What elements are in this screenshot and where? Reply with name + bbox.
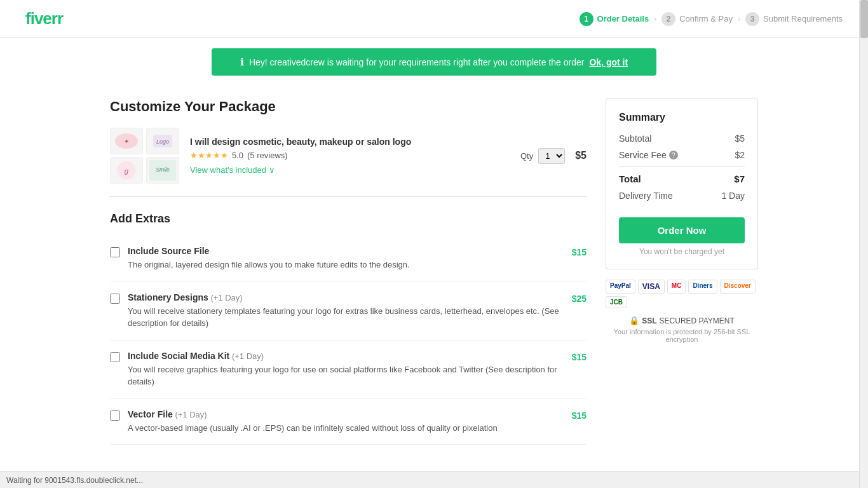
extra-item: Include Social Media Kit (+1 Day) You wi… [110, 341, 587, 399]
summary-panel: Summary Subtotal $5 Service Fee ? $2 Tot… [606, 98, 758, 269]
star-rating: ★★★★★ [190, 151, 228, 160]
extra-tag-3: (+1 Day) [173, 410, 207, 419]
extra-item: Stationery Designs (+1 Day) You will rec… [110, 282, 587, 341]
delivery-label: Delivery Time [619, 191, 673, 201]
product-price: $5 [575, 150, 587, 161]
view-included-link[interactable]: View what's included ∨ [190, 165, 275, 175]
step-2[interactable]: 2 Confirm & Pay [661, 12, 733, 26]
paypal-icon: PayPal [606, 280, 635, 294]
extra-tag-1: (+1 Day) [208, 293, 243, 302]
extra-name-0: Include Source File [128, 246, 564, 256]
product-image-1: ✦ [110, 128, 143, 154]
qty-label: Qty [520, 151, 533, 161]
extra-desc-3: A vector-based image (usually .AI or .EP… [128, 422, 564, 435]
summary-subtotal-row: Subtotal $5 [619, 133, 745, 144]
service-fee-value: $2 [735, 150, 745, 160]
step-3[interactable]: 3 Submit Requirements [745, 12, 843, 26]
order-now-button[interactable]: Order Now [619, 217, 745, 243]
ssl-row: 🔒 SSL SECURED PAYMENT [606, 316, 758, 325]
product-image-4: Smile [146, 157, 179, 184]
svg-text:Smile: Smile [156, 166, 170, 173]
info-icon: ℹ [240, 56, 244, 68]
extra-content-1: Stationery Designs (+1 Day) You will rec… [128, 292, 564, 330]
extra-price-0: $15 [572, 246, 587, 257]
scrollbar-thumb[interactable] [860, 0, 868, 38]
extra-price-1: $25 [572, 292, 587, 304]
fiverr-logo: fiverr [25, 9, 63, 29]
rating-reviews: (5 reviews) [247, 151, 288, 160]
step-arrow-1: › [654, 15, 656, 24]
service-fee-info-icon[interactable]: ? [669, 151, 678, 159]
notification-bar: ℹ Hey! creativedcrew is waiting for your… [212, 48, 656, 76]
total-label: Total [619, 173, 641, 184]
svg-text:g: g [125, 167, 129, 175]
step-2-label: Confirm & Pay [679, 14, 733, 24]
svg-text:Logo: Logo [156, 139, 169, 145]
summary-service-fee-row: Service Fee ? $2 [619, 150, 745, 160]
visa-icon: VISA [638, 280, 665, 294]
product-images: ✦ Logo g [110, 128, 180, 184]
product-image-2: Logo [146, 128, 179, 154]
product-card: ✦ Logo g [110, 128, 587, 197]
extra-content-0: Include Source File The original, layere… [128, 246, 564, 271]
extra-name-1: Stationery Designs (+1 Day) [128, 292, 564, 302]
subtotal-value: $5 [735, 133, 745, 144]
rating-score: 5.0 [232, 151, 243, 160]
diners-icon: Diners [688, 280, 717, 294]
step-arrow-2: › [738, 15, 740, 24]
discover-icon: Discover [720, 280, 756, 294]
extra-checkbox-0[interactable] [110, 247, 120, 257]
extra-checkbox-1[interactable] [110, 294, 120, 304]
extra-item: Vector File (+1 Day) A vector-based imag… [110, 399, 587, 445]
no-charge-text: You won't be charged yet [619, 247, 745, 256]
service-fee-label: Service Fee ? [619, 150, 678, 160]
mastercard-icon: MC [667, 280, 686, 294]
extra-checkbox-3[interactable] [110, 410, 120, 421]
scrollbar[interactable] [859, 0, 868, 458]
extra-content-3: Vector File (+1 Day) A vector-based imag… [128, 409, 564, 435]
extra-desc-0: The original, layered design file allows… [128, 259, 564, 271]
ssl-info: Your information is protected by 256-bit… [606, 328, 758, 343]
delivery-value: 1 Day [721, 191, 745, 201]
extra-item: Include Source File The original, layere… [110, 236, 587, 282]
summary-delivery-row: Delivery Time 1 Day [619, 191, 745, 201]
svg-text:✦: ✦ [124, 138, 129, 145]
summary-total-row: Total $7 [619, 166, 745, 184]
header: fiverr 1 Order Details › 2 Confirm & Pay… [0, 0, 868, 38]
product-info: I will design cosmetic, beauty, makeup o… [190, 137, 510, 175]
extra-name-2: Include Social Media Kit (+1 Day) [128, 351, 564, 361]
product-image-3: g [110, 157, 143, 184]
step-1-circle: 1 [580, 12, 593, 26]
summary-title: Summary [619, 112, 745, 123]
qty-select[interactable]: 1 2 3 [538, 148, 565, 164]
step-2-circle: 2 [661, 12, 675, 26]
total-value: $7 [734, 173, 745, 184]
extras-list: Include Source File The original, layere… [110, 236, 587, 445]
extra-name-3: Vector File (+1 Day) [128, 409, 564, 419]
extra-content-2: Include Social Media Kit (+1 Day) You wi… [128, 351, 564, 388]
notification-text: Hey! creativedcrew is waiting for your r… [249, 57, 585, 67]
jcb-icon: JCB [606, 296, 627, 308]
step-1[interactable]: 1 Order Details [580, 12, 649, 26]
main-container: Customize Your Package ✦ Logo [85, 86, 783, 458]
qty-section: Qty 1 2 3 [520, 148, 565, 164]
right-panel: Summary Subtotal $5 Service Fee ? $2 Tot… [606, 98, 758, 445]
extra-price-3: $15 [572, 409, 587, 421]
subtotal-label: Subtotal [619, 133, 651, 144]
extra-desc-2: You will receive graphics featuring your… [128, 363, 564, 388]
extras-title: Add Extras [110, 212, 587, 226]
left-panel: Customize Your Package ✦ Logo [110, 98, 587, 445]
payment-icons: PayPal VISA MC Diners Discover JCB [606, 280, 758, 308]
step-3-circle: 3 [745, 12, 759, 26]
extra-tag-2: (+1 Day) [229, 351, 264, 361]
step-1-label: Order Details [597, 14, 649, 24]
extra-price-2: $15 [572, 351, 587, 362]
page-title: Customize Your Package [110, 98, 587, 115]
ssl-text: SECURED PAYMENT [660, 316, 735, 325]
extra-checkbox-2[interactable] [110, 352, 120, 362]
notification-link[interactable]: Ok, got it [589, 57, 628, 67]
ssl-lock-icon: 🔒 [629, 316, 639, 325]
ssl-label: SSL [642, 316, 656, 325]
product-title: I will design cosmetic, beauty, makeup o… [190, 137, 510, 147]
breadcrumb: 1 Order Details › 2 Confirm & Pay › 3 Su… [580, 12, 843, 26]
